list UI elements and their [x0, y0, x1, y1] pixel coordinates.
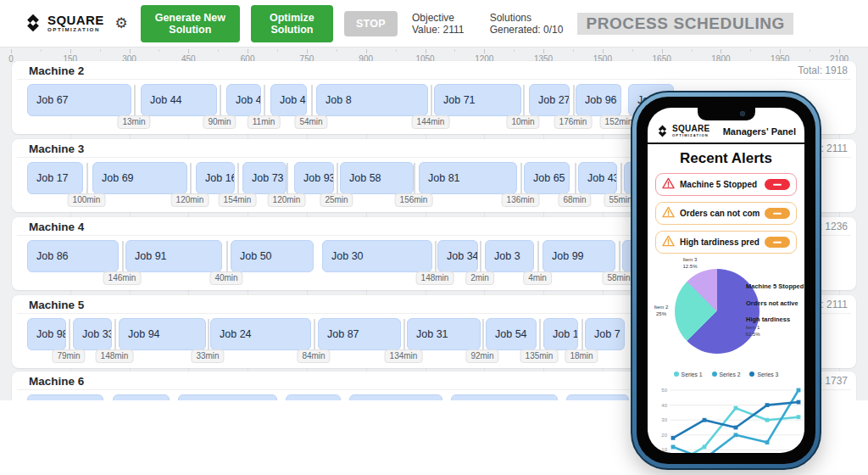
job-box[interactable]: [451, 394, 558, 400]
square-logo-icon: [656, 125, 669, 137]
duration-badge: 154min: [219, 193, 257, 207]
job-connector: [581, 319, 583, 351]
stop-button[interactable]: STOP: [344, 11, 398, 36]
job-box[interactable]: Job 31: [407, 318, 481, 350]
brand-line1: SQUARE: [47, 14, 104, 26]
job-box[interactable]: Job 73: [242, 162, 287, 194]
job-box[interactable]: Job 86: [27, 240, 119, 272]
warning-icon: [662, 206, 675, 221]
minus-icon: [773, 184, 782, 186]
job-box[interactable]: Job 33: [73, 318, 112, 350]
job-box[interactable]: Job 24: [210, 318, 311, 350]
job-box[interactable]: [178, 394, 277, 400]
job-box[interactable]: Job 34: [437, 240, 478, 272]
ruler-tick: [307, 49, 308, 53]
job-connector: [264, 85, 265, 117]
duration-badge: 135min: [520, 349, 559, 363]
ruler-minor-tick: [514, 49, 515, 52]
machine-row-header: Machine 2Total: 1918: [17, 61, 851, 80]
job-box[interactable]: [286, 394, 341, 400]
job-box[interactable]: Job 96: [576, 84, 621, 116]
job-box[interactable]: Job 44: [141, 84, 217, 116]
job-box[interactable]: Job 58: [340, 162, 414, 194]
job-box[interactable]: [113, 394, 170, 400]
generate-new-solution-button[interactable]: Generate New Solution: [141, 5, 240, 42]
job-box[interactable]: [349, 394, 442, 400]
job-connector: [619, 241, 620, 273]
alert-item[interactable]: High tardiness predicted: [655, 231, 797, 254]
phone-brand-line1: SQUARE: [672, 125, 710, 133]
job-box[interactable]: Job 98: [27, 318, 66, 350]
job-connector: [435, 241, 437, 273]
legend-label: Series 1: [682, 372, 703, 377]
job-box[interactable]: Job 69: [92, 162, 187, 194]
svg-text:40: 40: [661, 403, 667, 408]
job-box[interactable]: Job 81: [419, 162, 517, 194]
job-box[interactable]: Job 45: [226, 84, 261, 116]
objective-value: Objective Value: 2111: [412, 12, 476, 36]
job-box[interactable]: Job 30: [322, 240, 432, 272]
duration-badge: 10min: [506, 115, 539, 129]
duration-badge: 120min: [268, 193, 306, 207]
ruler-minor-tick: [810, 49, 810, 52]
job-connector: [114, 319, 116, 351]
job-connector: [537, 241, 539, 273]
phone-screen: SQUARE OPTIMIZATION Managers' Panel Rece…: [648, 108, 804, 453]
ruler-minor-tick: [218, 49, 219, 52]
job-box[interactable]: Job 94: [119, 318, 206, 350]
alert-dismiss-button[interactable]: [765, 237, 790, 248]
duration-badge: 13min: [117, 115, 150, 129]
gear-icon[interactable]: ⚙: [115, 14, 128, 32]
job-box[interactable]: Job 91: [125, 240, 222, 272]
machine-label: Machine 4: [29, 221, 84, 233]
job-box[interactable]: Job 8: [316, 84, 428, 116]
alert-dismiss-button[interactable]: [765, 179, 790, 190]
job-box[interactable]: Job 99: [542, 240, 615, 272]
recent-alerts-heading: Recent Alerts: [648, 150, 804, 167]
pie-annotation: High tardiness: [746, 316, 802, 323]
job-box[interactable]: Job 17: [27, 162, 83, 194]
job-box[interactable]: [566, 394, 629, 400]
duration-badge: 54min: [294, 115, 327, 129]
job-box[interactable]: Job 50: [231, 240, 314, 272]
job-box[interactable]: Job 3: [485, 240, 534, 272]
line-chart-legend: Series 1Series 2Series 3: [648, 369, 804, 379]
job-box[interactable]: Job 41: [270, 84, 307, 116]
alert-text: Orders can not complete...: [680, 209, 760, 218]
job-box[interactable]: Job 54: [486, 318, 537, 350]
alert-item[interactable]: Orders can not complete...: [655, 202, 797, 225]
job-box[interactable]: Job 12: [543, 318, 578, 350]
job-box[interactable]: Job 7: [585, 318, 625, 350]
duration-badge: 156min: [395, 193, 433, 207]
alert-item[interactable]: Machine 5 Stopped: [655, 173, 797, 196]
job-box[interactable]: Job 43: [578, 162, 617, 194]
duration-badge: 120min: [171, 193, 209, 207]
job-box[interactable]: [27, 394, 103, 400]
job-box[interactable]: Job 67: [27, 84, 131, 116]
optimize-solution-button[interactable]: Optimize Solution: [251, 5, 333, 42]
warning-icon: [662, 177, 675, 193]
top-bar: SQUARE OPTIMIZATION ⚙ Generate New Solut…: [0, 0, 868, 48]
legend-item: Series 2: [712, 372, 741, 377]
alert-text: Machine 5 Stopped: [680, 180, 757, 189]
ruler-tick-label: 0: [8, 54, 14, 64]
pie-annotation: Machine 5 Stopped: [746, 282, 802, 290]
alert-dismiss-button[interactable]: [765, 208, 790, 219]
job-box[interactable]: Job 93: [294, 162, 334, 194]
solutions-generated: Solutions Generated: 0/10: [490, 12, 567, 36]
ruler-tick: [130, 49, 131, 53]
job-box[interactable]: Job 27: [529, 84, 570, 116]
ruler-minor-tick: [337, 49, 337, 52]
job-box[interactable]: Job 71: [434, 84, 521, 116]
alert-text: High tardiness predicted: [680, 238, 760, 247]
job-box[interactable]: Job 87: [318, 318, 401, 350]
job-connector: [431, 85, 432, 117]
ruler-tick: [662, 49, 663, 53]
job-connector: [237, 163, 239, 195]
ruler-minor-tick: [100, 49, 101, 52]
job-connector: [226, 241, 228, 273]
job-box[interactable]: Job 16: [196, 162, 235, 194]
minus-icon: [773, 242, 782, 243]
job-connector: [311, 85, 313, 117]
job-box[interactable]: Job 65: [524, 162, 570, 194]
